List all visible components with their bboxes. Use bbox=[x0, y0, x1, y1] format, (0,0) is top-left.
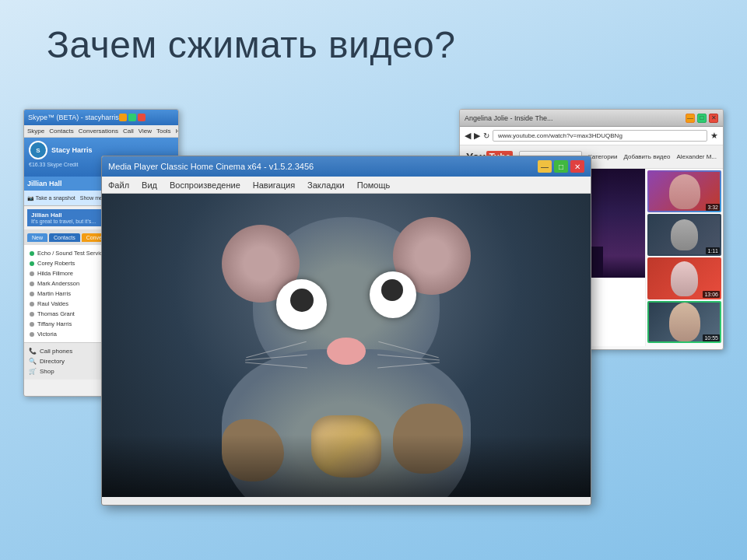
mpc-minimize-btn[interactable]: — bbox=[538, 160, 552, 173]
mpc-menu-file[interactable]: Файл bbox=[108, 180, 129, 190]
offline-indicator bbox=[30, 302, 34, 306]
mpc-menu-help[interactable]: Помощь bbox=[357, 180, 391, 190]
contact-label: Mark Andersson bbox=[37, 280, 79, 287]
yt-sidebar: 3:32 1:11 13:06 bbox=[645, 169, 723, 346]
offline-indicator bbox=[30, 322, 34, 327]
yt-minimize-btn[interactable]: — bbox=[686, 114, 695, 123]
skype-menu-skype[interactable]: Skype bbox=[27, 128, 44, 135]
user-name: Stacy Harris bbox=[51, 146, 93, 154]
mpc-video-area bbox=[102, 194, 591, 497]
yt-thumbnail-3[interactable]: 13:06 bbox=[647, 257, 721, 299]
skype-minimize-btn[interactable] bbox=[119, 114, 127, 121]
yt-window-controls: — □ ✕ bbox=[686, 114, 718, 123]
skype-menu-conversations[interactable]: Conversations bbox=[79, 128, 118, 135]
yt-close-btn[interactable]: ✕ bbox=[709, 114, 718, 123]
contact-label: Raul Valdes bbox=[37, 300, 68, 307]
mpc-menu-playback[interactable]: Воспроизведение bbox=[170, 180, 240, 190]
url-bar[interactable]: www.youtube.com/watch?v=max3HDUQBNg bbox=[493, 130, 707, 142]
contacts-tab[interactable]: Contacts bbox=[49, 233, 80, 242]
mpc-close-btn[interactable]: ✕ bbox=[570, 160, 584, 173]
offline-indicator bbox=[30, 312, 34, 317]
avatar: S bbox=[29, 141, 47, 159]
yt-thumbnail-2[interactable]: 1:11 bbox=[647, 214, 721, 256]
rat-eye-left bbox=[276, 279, 327, 330]
online-indicator bbox=[30, 251, 34, 256]
mpc-menu-bookmarks[interactable]: Закладки bbox=[307, 180, 345, 190]
offline-indicator bbox=[30, 282, 34, 286]
contact-label: Martin Harris bbox=[37, 290, 71, 297]
contact-label: Tiffany Harris bbox=[37, 320, 72, 327]
rat-animation-scene bbox=[102, 194, 591, 497]
back-btn[interactable]: ◀ bbox=[465, 131, 471, 141]
yt-categories-btn[interactable]: Категории bbox=[588, 153, 618, 160]
contact-name: Jillian Hall bbox=[27, 180, 62, 187]
yt-thumbnail-4[interactable]: 10:55 bbox=[647, 301, 721, 343]
yt-user-profile[interactable]: Alexander M... bbox=[676, 153, 717, 160]
mpc-title-text: Media Player Classic Home Cinema x64 - v… bbox=[108, 162, 314, 171]
mpc-window-controls: — □ ✕ bbox=[538, 160, 584, 173]
skype-menubar: Skype Contacts Conversations Call View T… bbox=[24, 125, 178, 138]
skype-maximize-btn[interactable] bbox=[128, 114, 136, 121]
yt-add-video-btn[interactable]: Добавить видео bbox=[624, 153, 671, 160]
star-icon[interactable]: ★ bbox=[710, 131, 718, 141]
contact-label: Victoria bbox=[37, 331, 57, 338]
mpc-menu-navigation[interactable]: Навигация bbox=[253, 180, 295, 190]
skype-title-text: Skype™ (BETA) - stacyharris bbox=[28, 114, 119, 121]
skype-menu-view[interactable]: View bbox=[139, 128, 152, 135]
skype-titlebar: Skype™ (BETA) - stacyharris bbox=[24, 110, 178, 125]
shop-label: Shop bbox=[40, 368, 54, 375]
rat-nose bbox=[327, 338, 366, 365]
yt-thumb-time-2: 1:11 bbox=[706, 247, 720, 254]
contact-label: Echo / Sound Test Service bbox=[37, 250, 106, 257]
skype-menu-call[interactable]: Call bbox=[123, 128, 134, 135]
offline-indicator bbox=[30, 332, 34, 337]
phone-icon: 📞 bbox=[29, 348, 37, 355]
skype-menu-tools[interactable]: Tools bbox=[156, 128, 171, 135]
yt-thumbnail-1[interactable]: 3:32 bbox=[647, 170, 721, 212]
shop-icon: 🛒 bbox=[29, 368, 37, 375]
online-indicator bbox=[30, 261, 34, 266]
take-snapshot-btn[interactable]: 📷 Take a snapshot bbox=[27, 195, 75, 201]
yt-thumb-time-3: 13:06 bbox=[703, 291, 720, 298]
refresh-btn[interactable]: ↻ bbox=[483, 131, 489, 140]
yt-address-bar: ◀ ▶ ↻ www.youtube.com/watch?v=max3HDUQBN… bbox=[460, 127, 723, 145]
yt-thumb-time-1: 3:32 bbox=[706, 204, 720, 211]
yt-thumb-time-4: 10:55 bbox=[703, 334, 720, 341]
skype-menu-contacts[interactable]: Contacts bbox=[49, 128, 74, 135]
screenshots-container: Skype™ (BETA) - stacyharris Skype Contac… bbox=[23, 109, 724, 544]
mpc-maximize-btn[interactable]: □ bbox=[554, 160, 568, 173]
new-tab[interactable]: New bbox=[27, 233, 47, 242]
yt-maximize-btn[interactable]: □ bbox=[697, 114, 707, 123]
contact-label: Hilda Fillmore bbox=[37, 270, 73, 277]
skype-menu-help[interactable]: Help bbox=[176, 128, 179, 135]
directory-label: Directory bbox=[40, 358, 65, 365]
mpc-menubar: Файл Вид Воспроизведение Навигация Закла… bbox=[102, 177, 591, 194]
contact-label: Thomas Grant bbox=[37, 310, 75, 317]
skype-close-btn[interactable] bbox=[138, 114, 146, 121]
directory-icon: 🔍 bbox=[29, 358, 37, 365]
yt-window-title: Angelina Jolie - Inside The... bbox=[465, 114, 552, 122]
offline-indicator bbox=[30, 292, 34, 296]
forward-btn[interactable]: ▶ bbox=[474, 131, 480, 141]
mpc-titlebar: Media Player Classic Home Cinema x64 - v… bbox=[102, 156, 591, 177]
call-phones-label: Call phones bbox=[40, 348, 72, 355]
scene-bottom-fade bbox=[102, 435, 591, 497]
slide-title: Зачем сжимать видео? bbox=[47, 23, 456, 66]
yt-titlebar: Angelina Jolie - Inside The... — □ ✕ bbox=[460, 110, 723, 127]
contact-label: Corey Roberts bbox=[37, 260, 75, 267]
rat-eye-right bbox=[370, 271, 416, 318]
offline-indicator bbox=[30, 271, 34, 276]
mpc-menu-view[interactable]: Вид bbox=[142, 180, 157, 190]
mpc-window[interactable]: Media Player Classic Home Cinema x64 - v… bbox=[101, 156, 591, 506]
